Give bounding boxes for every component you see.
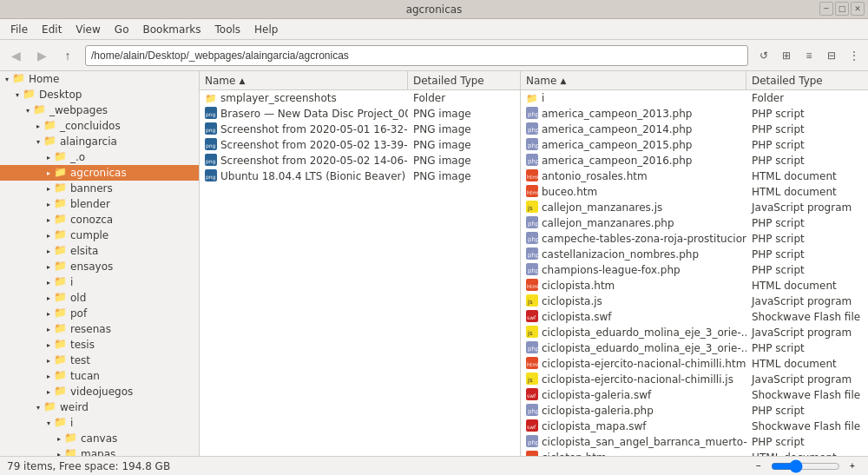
menu-item-file[interactable]: File xyxy=(3,22,35,37)
menu-item-tools[interactable]: Tools xyxy=(208,22,248,37)
tree-arrow-videojuegos: ▸ xyxy=(43,388,54,396)
right-file-row[interactable]: jsciclopista.jsJavaScript program21.3 xyxy=(521,294,868,309)
zoom-out-button[interactable]: − xyxy=(750,459,767,473)
js-file-icon: js xyxy=(526,201,538,215)
right-file-name: swfciclopista_mapa.swf xyxy=(521,419,746,434)
sidebar-label-mapas: mapas xyxy=(81,448,115,456)
right-file-row[interactable]: htmlcicloton.htmHTML document10.5 xyxy=(521,450,868,456)
sidebar-item-cumple[interactable]: ▸📁cumple xyxy=(0,228,199,243)
sidebar-label-conozca: conozca xyxy=(70,214,113,226)
sidebar-item-alaingarcia[interactable]: ▾📁alaingarcia xyxy=(0,134,199,149)
sidebar-item-tesis[interactable]: ▸📁tesis xyxy=(0,337,199,353)
middle-file-row[interactable]: pngScreenshot from 2020-05-01 16-32-15.p… xyxy=(200,122,520,137)
right-type-header[interactable]: Detailed Type xyxy=(746,71,868,89)
right-file-type: PHP script xyxy=(746,215,868,231)
right-file-row[interactable]: phpciclopista-galeria.phpPHP script22.1 xyxy=(521,403,868,419)
sidebar-label-resenas: resenas xyxy=(70,323,111,335)
right-file-row[interactable]: jsciclopista_eduardo_molina_eje_3_orie-.… xyxy=(521,325,868,340)
right-file-row[interactable]: 📁iFolder xyxy=(521,90,868,106)
php-file-icon: php xyxy=(526,232,538,247)
sidebar-label-tucan: tucan xyxy=(70,370,100,382)
tree-arrow-resenas: ▸ xyxy=(43,326,54,333)
sidebar-item-test[interactable]: ▸📁test xyxy=(0,353,199,368)
sidebar-item-canvas[interactable]: ▸📁canvas xyxy=(0,431,199,446)
sidebar-item-banners[interactable]: ▸📁banners xyxy=(0,181,199,196)
right-file-row[interactable]: htmlbuceo.htmHTML document10.1 xyxy=(521,184,868,200)
right-file-row[interactable]: jscallejon_manzanares.jsJavaScript progr… xyxy=(521,200,868,215)
sidebar-item-desktop[interactable]: ▾📁Desktop xyxy=(0,87,199,102)
right-file-row[interactable]: swfciclopista_mapa.swfShockwave Flash fi… xyxy=(521,419,868,434)
menu-item-bookmarks[interactable]: Bookmarks xyxy=(135,22,207,37)
right-file-row[interactable]: swfciclopista.swfShockwave Flash file782… xyxy=(521,309,868,325)
right-file-row[interactable]: htmlciclopista-ejercito-nacional-chimill… xyxy=(521,356,868,372)
view-icons-button[interactable]: ⊞ xyxy=(776,45,797,66)
sidebar-label-weird: weird xyxy=(60,401,89,413)
right-file-row[interactable]: phpchampions-league-fox.phpPHP script7.7 xyxy=(521,262,868,278)
zoom-in-button[interactable]: + xyxy=(844,459,861,473)
menu-item-help[interactable]: Help xyxy=(247,22,285,37)
svg-text:png: png xyxy=(206,111,216,118)
right-file-row[interactable]: phpamerica_campeon_2013.phpPHP script19.… xyxy=(521,106,868,122)
menu-item-view[interactable]: View xyxy=(69,22,107,37)
middle-file-row[interactable]: 📁smplayer_screenshotsFolder xyxy=(200,90,520,106)
sidebar-item-i[interactable]: ▸📁i xyxy=(0,274,199,290)
right-file-row[interactable]: htmlantonio_rosales.htmHTML document6.2 xyxy=(521,168,868,184)
svg-text:php: php xyxy=(528,221,538,228)
close-button[interactable]: ✕ xyxy=(851,2,865,16)
middle-file-name: pngScreenshot from 2020-05-02 13-39-11.p… xyxy=(200,137,408,153)
sidebar-item-conozca[interactable]: ▸📁conozca xyxy=(0,212,199,228)
sidebar-item-i2[interactable]: ▾📁i xyxy=(0,415,199,431)
right-file-row[interactable]: phpcampeche-tables-zona-roja-prostitucio… xyxy=(521,231,868,247)
menu-item-go[interactable]: Go xyxy=(108,22,136,37)
right-file-row[interactable]: phpamerica_campeon_2015.phpPHP script15.… xyxy=(521,137,868,153)
right-file-row[interactable]: htmlciclopista.htmHTML document32.5 xyxy=(521,278,868,294)
view-list-button[interactable]: ≡ xyxy=(799,45,819,66)
sidebar-item-pof[interactable]: ▸📁pof xyxy=(0,306,199,321)
sidebar-label-canvas: canvas xyxy=(81,432,117,445)
sidebar-item-_o[interactable]: ▸📁_.o xyxy=(0,149,199,165)
address-bar[interactable] xyxy=(85,45,748,66)
sidebar-item-resenas[interactable]: ▸📁resenas xyxy=(0,321,199,337)
back-button[interactable]: ◀ xyxy=(3,43,28,68)
sidebar-item-weird[interactable]: ▾📁weird xyxy=(0,399,199,415)
middle-file-row[interactable]: pngScreenshot from 2020-05-02 13-39-11.p… xyxy=(200,137,520,153)
right-file-type: Folder xyxy=(746,90,868,106)
right-file-row[interactable]: jsciclopista-ejercito-nacional-chimilli.… xyxy=(521,372,868,387)
right-file-row[interactable]: phpciclopista_san_angel_barranca_muerto-… xyxy=(521,434,868,450)
up-button[interactable]: ↑ xyxy=(56,43,80,68)
sidebar-item-tucan[interactable]: ▸📁tucan xyxy=(0,368,199,384)
sidebar-item-videojuegos[interactable]: ▸📁videojuegos xyxy=(0,384,199,399)
sidebar-item-mapas[interactable]: ▸📁mapas xyxy=(0,446,199,456)
forward-button[interactable]: ▶ xyxy=(30,43,54,68)
maximize-button[interactable]: □ xyxy=(835,2,849,16)
middle-file-row[interactable]: pngUbuntu 18.04.4 LTS (Bionic Beaver) - … xyxy=(200,168,520,184)
middle-file-row[interactable]: pngScreenshot from 2020-05-02 14-06-56.p… xyxy=(200,153,520,168)
right-file-row[interactable]: phpamerica_campeon_2016.phpPHP script17.… xyxy=(521,153,868,168)
sidebar-item-_webpages[interactable]: ▾📁_webpages xyxy=(0,102,199,118)
reload-button[interactable]: ↺ xyxy=(753,45,774,66)
middle-type-header[interactable]: Detailed Type xyxy=(408,71,521,89)
sidebar-item-blender[interactable]: ▸📁blender xyxy=(0,196,199,212)
minimize-button[interactable]: ─ xyxy=(819,2,833,16)
sidebar-item-home[interactable]: ▾📁Home xyxy=(0,71,199,87)
sidebar-item-agcronicas[interactable]: ▸📁agcronicas xyxy=(0,165,199,181)
menu-item-edit[interactable]: Edit xyxy=(35,22,69,37)
right-file-row[interactable]: phpcastellanizacion_nombres.phpPHP scrip… xyxy=(521,247,868,262)
middle-name-header[interactable]: Name ▲ xyxy=(200,71,408,89)
middle-file-row[interactable]: pngBrasero — New Data Disc Project_001.p… xyxy=(200,106,520,122)
view-compact-button[interactable]: ⊟ xyxy=(821,45,842,66)
sidebar-item-_concluidos[interactable]: ▸📁_concluidos xyxy=(0,118,199,134)
sidebar-item-elsita[interactable]: ▸📁elsita xyxy=(0,243,199,259)
html-file-icon: html xyxy=(526,357,538,372)
extra-button[interactable]: ⋮ xyxy=(844,45,865,66)
svg-text:php: php xyxy=(528,142,538,149)
sidebar-item-ensayos[interactable]: ▸📁ensayos xyxy=(0,259,199,274)
right-file-row[interactable]: phpcallejon_manzanares.phpPHP script11.0 xyxy=(521,215,868,231)
right-file-row[interactable]: phpamerica_campeon_2014.phpPHP script16.… xyxy=(521,122,868,137)
zoom-slider[interactable] xyxy=(771,459,840,473)
right-file-row[interactable]: swfciclopista-galeria.swfShockwave Flash… xyxy=(521,387,868,403)
sidebar-item-old[interactable]: ▸📁old xyxy=(0,290,199,306)
right-name-header[interactable]: Name ▲ xyxy=(521,71,746,89)
right-file-name: htmlcicloton.htm xyxy=(521,450,746,456)
right-file-row[interactable]: phpciclopista_eduardo_molina_eje_3_orie-… xyxy=(521,340,868,356)
